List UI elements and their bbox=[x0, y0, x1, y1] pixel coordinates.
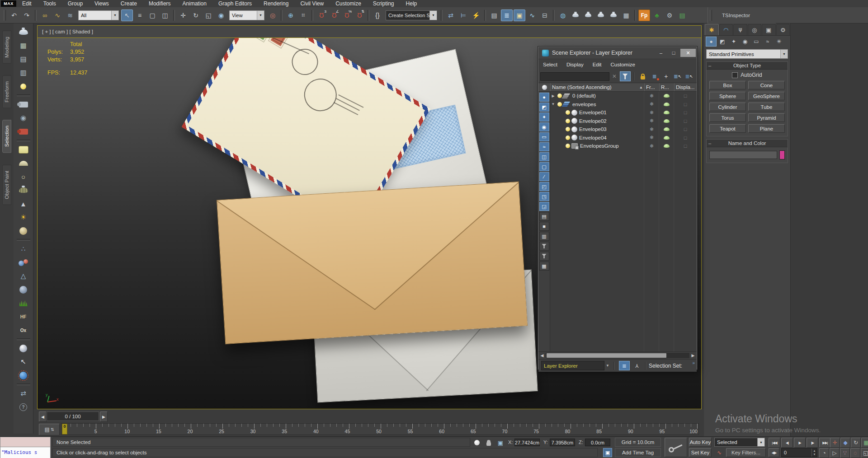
track-bar[interactable]: 0 05101520253035404550556065707580859095… bbox=[61, 423, 699, 435]
select-object-icon[interactable]: ↖ bbox=[121, 9, 133, 21]
set-key-button[interactable]: Set Key bbox=[689, 448, 712, 457]
hide-toggle-bulb-icon[interactable] bbox=[566, 136, 570, 140]
filter-materials-icon[interactable]: ◲ bbox=[539, 202, 549, 211]
display-cell[interactable]: □ bbox=[674, 135, 697, 140]
walk-through-icon[interactable]: ∵ bbox=[840, 448, 850, 458]
search-input[interactable] bbox=[540, 72, 609, 81]
explorer-menu-customize[interactable]: Customize bbox=[606, 62, 640, 67]
tools-icon[interactable]: ⚙ bbox=[664, 9, 675, 21]
play-button[interactable]: ▶ bbox=[794, 438, 806, 448]
hide-toggle-bulb-icon[interactable] bbox=[557, 102, 562, 107]
scene-explorer-titlebar[interactable]: Scene Explorer - Layer Explorer – □ ✕ bbox=[538, 47, 697, 59]
maxscript-mini-listener[interactable]: "Malicious s bbox=[0, 447, 51, 458]
time-slider-forward-button[interactable]: ▶ bbox=[100, 411, 108, 422]
primitive-button-sphere[interactable]: Sphere bbox=[709, 92, 746, 100]
view-detail-icon[interactable]: ▥ bbox=[539, 232, 549, 241]
primitive-button-pyramid[interactable]: Pyramid bbox=[748, 113, 785, 122]
maximize-viewport-icon[interactable]: ◱ bbox=[861, 448, 868, 458]
scene-explorer-row[interactable]: Envelope01❄□ bbox=[550, 108, 697, 117]
sunlight-icon[interactable]: ☀ bbox=[15, 211, 32, 224]
scroll-left-icon[interactable]: ◀ bbox=[538, 353, 546, 358]
toggle-layer-explorer-icon[interactable]: ⚡ bbox=[470, 9, 482, 21]
teapot-utility-icon[interactable] bbox=[15, 26, 32, 38]
isolate-selection-icon[interactable] bbox=[15, 369, 32, 382]
add-time-tag[interactable]: Add Time Tag bbox=[615, 448, 661, 457]
set-keys-button[interactable] bbox=[665, 438, 687, 457]
filter-funnel-icon[interactable] bbox=[539, 242, 549, 251]
freeze-cell[interactable]: ❄ bbox=[644, 93, 659, 99]
tab-display[interactable]: ▣ bbox=[762, 24, 776, 35]
renderable-cell[interactable] bbox=[659, 119, 674, 123]
menu-item-tools[interactable]: Tools bbox=[38, 0, 62, 7]
mirror-icon[interactable]: ⇄ bbox=[445, 9, 457, 21]
frame-spinner[interactable]: ▲▼ bbox=[811, 449, 817, 457]
create-spacewarps-icon[interactable]: ≈ bbox=[762, 37, 773, 47]
create-geometry-icon[interactable]: ● bbox=[706, 37, 717, 47]
menu-item-modifiers[interactable]: Modifiers bbox=[143, 0, 177, 7]
primitive-category-dropdown[interactable]: Standard Primitives ▼ bbox=[706, 49, 788, 59]
isolate-selection-toggle[interactable]: ▣ bbox=[603, 448, 612, 457]
tab-hierarchy[interactable]: ⋔ bbox=[733, 24, 747, 35]
app-logo-max[interactable]: MAX bbox=[1, 0, 16, 7]
stamp-view-icon[interactable]: ▦ bbox=[539, 262, 549, 271]
scene-explorer-row[interactable]: ▼envelopes❄□ bbox=[550, 100, 697, 109]
freeze-cell[interactable]: ❄ bbox=[644, 110, 659, 116]
grass-icon[interactable] bbox=[15, 297, 32, 309]
render-iterative-icon[interactable] bbox=[595, 9, 607, 21]
scene-converter-icon[interactable]: ⇄ bbox=[15, 387, 32, 400]
renderable-cell[interactable] bbox=[659, 136, 674, 140]
material-lister-icon[interactable]: ▤ bbox=[15, 53, 32, 65]
select-and-link-icon[interactable]: ∞ bbox=[39, 9, 51, 21]
unlink-selection-icon[interactable]: ∿ bbox=[52, 9, 63, 21]
render-production-icon[interactable] bbox=[582, 9, 594, 21]
use-pivot-center-icon[interactable]: ◎ bbox=[267, 9, 278, 21]
help-icon[interactable]: ? bbox=[15, 401, 32, 413]
display-column-header[interactable]: Displa... bbox=[674, 83, 697, 91]
expander-collapsed-icon[interactable]: ▶ bbox=[550, 94, 556, 98]
autogrid-checkbox[interactable] bbox=[732, 72, 738, 78]
fp-toolbar-button[interactable]: Fp bbox=[638, 9, 650, 21]
primitive-button-tube[interactable]: Tube bbox=[748, 103, 785, 111]
filter-geometry-icon[interactable]: ● bbox=[539, 93, 549, 102]
name-column-header[interactable]: Name (Sorted Ascending) ▲ bbox=[550, 83, 644, 91]
scene-explorer-row[interactable]: Envelope03❄□ bbox=[550, 125, 697, 134]
hair-fur-icon[interactable]: HF bbox=[15, 310, 32, 323]
list-tools-icon[interactable]: ▤ bbox=[676, 9, 688, 21]
snap-toggle-3d-icon[interactable]: Ω3 bbox=[316, 9, 327, 21]
adaptive-degradation-button[interactable] bbox=[473, 439, 481, 447]
primitive-button-torus[interactable]: Torus bbox=[709, 113, 746, 122]
set-key-filters-curve-button[interactable]: ∿ bbox=[714, 448, 724, 457]
filter-helpers-icon[interactable]: ▭ bbox=[539, 132, 549, 141]
ox-ball-icon[interactable]: Ox bbox=[15, 324, 32, 336]
time-slider-back-button[interactable]: ◀ bbox=[39, 411, 47, 422]
render-in-cloud-icon[interactable] bbox=[608, 9, 619, 21]
tab-create[interactable]: ✱ bbox=[705, 24, 719, 35]
named-selection-list-icon[interactable]: ▤ bbox=[488, 9, 500, 21]
dropdown-arrow-icon[interactable]: ▼ bbox=[604, 364, 611, 368]
keyboard-shortcut-override-icon[interactable]: ⌗ bbox=[297, 9, 309, 21]
zoom-extents-all-icon[interactable]: ▦ bbox=[861, 438, 868, 448]
freeze-cell[interactable]: ❄ bbox=[644, 135, 659, 140]
filter-funnel-add-icon[interactable] bbox=[539, 252, 549, 261]
menu-item-scripting[interactable]: Scripting bbox=[367, 0, 400, 7]
primitive-button-teapot[interactable]: Teapot bbox=[709, 124, 746, 133]
camera-tripod-icon[interactable] bbox=[15, 98, 32, 111]
key-mode-dropdown[interactable]: Selected ▼ bbox=[714, 438, 765, 447]
key-mode-toggle-button[interactable]: ◀▶ bbox=[769, 448, 779, 457]
maximize-button[interactable]: □ bbox=[668, 49, 679, 57]
display-cell[interactable]: □ bbox=[674, 118, 697, 124]
layer-mode-button[interactable]: ≣ bbox=[619, 361, 630, 370]
dome-primitive-icon[interactable] bbox=[15, 157, 32, 169]
explorer-menu-display[interactable]: Display bbox=[562, 62, 588, 67]
select-and-scale-icon[interactable]: ◱ bbox=[203, 9, 214, 21]
sphere-tan-icon[interactable] bbox=[15, 224, 32, 237]
menu-item-create[interactable]: Create bbox=[115, 0, 143, 7]
auto-key-button[interactable]: Auto Key bbox=[689, 438, 712, 447]
view-list-icon[interactable]: ▤ bbox=[539, 212, 549, 221]
select-and-move-icon[interactable]: ✛ bbox=[177, 9, 189, 21]
tab-motion[interactable]: ◎ bbox=[748, 24, 762, 35]
tab-utilities[interactable]: ⚙ bbox=[776, 24, 790, 35]
object-type-rollout-header[interactable]: – Object Type bbox=[707, 62, 788, 70]
create-lights-icon[interactable]: ✦ bbox=[728, 37, 739, 47]
select-by-name-icon[interactable]: ≡ bbox=[134, 9, 146, 21]
